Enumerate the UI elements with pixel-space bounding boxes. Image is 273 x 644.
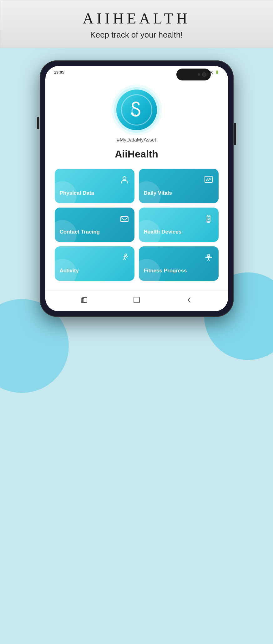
menu-card-daily-vitals[interactable]: Daily Vitals	[139, 169, 219, 203]
menu-card-physical-data[interactable]: Physical Data	[55, 169, 134, 203]
physical-data-label: Physical Data	[60, 190, 94, 196]
physical-data-icon	[119, 175, 129, 187]
camera-lens	[202, 72, 206, 77]
activity-label: Activity	[60, 268, 79, 274]
svg-point-0	[123, 177, 126, 180]
home-button[interactable]	[133, 296, 140, 306]
fitness-progress-icon	[204, 253, 214, 265]
logo-circle	[116, 90, 157, 130]
contact-tracing-icon	[119, 214, 129, 226]
menu-card-contact-tracing[interactable]: Contact Tracing	[55, 208, 134, 242]
nav-bar	[45, 290, 228, 311]
svg-rect-14	[134, 297, 139, 303]
app-header-title: AIIHEALTH	[7, 10, 266, 27]
status-time: 13:05	[54, 70, 64, 75]
camera-sensor	[198, 73, 200, 76]
camera-notch	[176, 69, 211, 80]
logo-container	[116, 90, 157, 130]
app-content: #MyDataMyAsset AiiHealth Physical Data	[45, 77, 228, 290]
menu-grid: Physical Data Daily Vitals	[55, 169, 219, 281]
daily-vitals-icon	[204, 175, 214, 187]
header-banner: AIIHEALTH Keep track of your health!	[0, 0, 273, 48]
app-header-subtitle: Keep track of your health!	[7, 30, 266, 40]
hashtag-text: #MyDataMyAsset	[117, 137, 156, 143]
menu-card-health-devices[interactable]: Health Devices	[139, 208, 219, 242]
health-devices-label: Health Devices	[144, 229, 182, 235]
health-devices-icon	[204, 214, 214, 226]
svg-rect-2	[121, 217, 128, 222]
battery-icon: 🔋	[215, 70, 219, 74]
logo-svg	[126, 99, 148, 121]
svg-rect-13	[83, 297, 87, 302]
daily-vitals-label: Daily Vitals	[144, 190, 172, 196]
phone-frame: 13:05 📶 ▐▌▌ 88% 🔋	[40, 60, 234, 317]
contact-tracing-label: Contact Tracing	[60, 229, 100, 235]
outer-container: 13:05 📶 ▐▌▌ 88% 🔋	[0, 48, 273, 644]
menu-card-fitness-progress[interactable]: Fitness Progress	[139, 246, 219, 281]
recent-apps-button[interactable]	[80, 296, 88, 306]
app-title: AiiHealth	[115, 148, 158, 160]
svg-rect-1	[205, 176, 212, 183]
svg-rect-10	[210, 257, 212, 258]
menu-card-activity[interactable]: Activity	[55, 246, 134, 281]
svg-rect-9	[205, 257, 207, 258]
activity-icon	[119, 253, 129, 265]
back-button[interactable]	[185, 296, 193, 306]
svg-point-6	[208, 218, 209, 220]
phone-screen: 13:05 📶 ▐▌▌ 88% 🔋	[45, 66, 228, 311]
logo-inner	[121, 94, 152, 126]
fitness-progress-label: Fitness Progress	[144, 268, 187, 274]
